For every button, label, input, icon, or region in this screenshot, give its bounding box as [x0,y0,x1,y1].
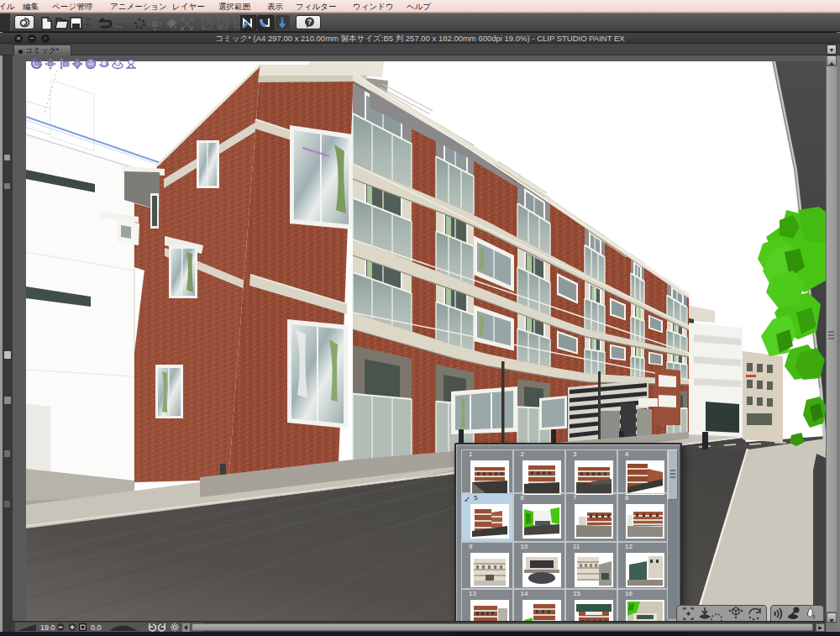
svg-text:?: ? [307,18,312,26]
svg-text:0.0: 0.0 [91,623,102,632]
svg-text:19.0: 19.0 [40,623,55,632]
